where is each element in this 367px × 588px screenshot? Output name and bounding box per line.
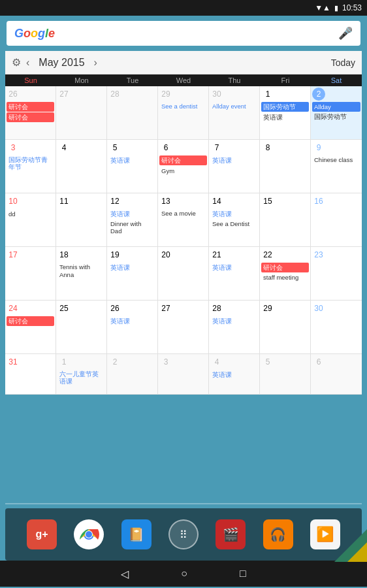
cell-apr27[interactable]: 27 (56, 86, 107, 140)
event-english-may7[interactable]: 英语课 (210, 155, 258, 165)
event-english-may21[interactable]: 英语课 (210, 263, 258, 272)
event-english-may12[interactable]: 英语课 (108, 209, 156, 219)
cell-may29[interactable]: 29 (260, 301, 311, 354)
cell-jun5[interactable]: 5 (260, 354, 311, 395)
cell-may16[interactable]: 16 (311, 193, 362, 247)
app-google-plus[interactable]: g+ (27, 519, 57, 549)
cell-may23[interactable]: 23 (311, 247, 362, 301)
cell-may27[interactable]: 27 (158, 301, 209, 354)
event-english-may28[interactable]: 英语课 (210, 316, 258, 326)
cell-may26[interactable]: 26 英语课 (107, 301, 158, 354)
app-tray: g+ 📔 ⠿ 🎬 🎧 (5, 508, 362, 561)
cell-may20[interactable]: 20 (158, 247, 209, 301)
date-may4: 4 (57, 141, 71, 154)
recents-button[interactable]: □ (240, 568, 246, 580)
event-study-1[interactable]: 研讨会 (7, 102, 54, 112)
cell-may10[interactable]: 10 dd (5, 193, 56, 247)
event-english-may5[interactable]: 英语课 (108, 155, 156, 165)
date-may8: 8 (261, 141, 274, 154)
event-staff-meeting[interactable]: staff meeting (261, 273, 309, 282)
cell-may2[interactable]: 2 Allday 国际劳动节 (311, 86, 362, 140)
cell-may12[interactable]: 12 英语课 Dinner with Dad (107, 193, 158, 247)
cell-apr26[interactable]: 26 研讨会 研讨会 (5, 86, 56, 140)
cell-may8[interactable]: 8 (260, 140, 311, 193)
svg-point-3 (86, 531, 92, 538)
cell-may24[interactable]: 24 研讨会 (5, 301, 56, 354)
cell-may4[interactable]: 4 (56, 140, 107, 193)
cell-jun3[interactable]: 3 (158, 354, 209, 395)
cell-apr28[interactable]: 28 (107, 86, 158, 140)
event-see-dentist[interactable]: See a Dentist (210, 220, 258, 228)
event-tennis-anna[interactable]: Tennis with Anna (57, 263, 105, 280)
cell-may21[interactable]: 21 英语课 (209, 247, 260, 301)
event-labor-day-1[interactable]: 国际劳动节 (261, 102, 309, 112)
event-english-1[interactable]: 英语课 (261, 112, 309, 122)
next-month-button[interactable]: › (94, 57, 97, 69)
cell-may7[interactable]: 7 英语课 (209, 140, 260, 193)
mic-icon[interactable]: 🎤 (338, 26, 353, 41)
date-may16: 16 (312, 195, 325, 208)
cell-may1[interactable]: 1 国际劳动节 英语课 (260, 86, 311, 140)
date-jun1: 1 (57, 355, 71, 368)
day-header-sat: Sat (311, 74, 362, 86)
app-notebook[interactable]: 📔 (121, 519, 152, 549)
app-chrome[interactable] (74, 519, 104, 549)
cell-may6[interactable]: 6 研讨会 Gym (158, 140, 209, 193)
event-english-jun4[interactable]: 英语课 (210, 370, 258, 380)
cell-apr29[interactable]: 29 See a dentist (158, 86, 209, 140)
cell-may3[interactable]: 3 国际劳动节青年节 (5, 140, 56, 193)
cell-may25[interactable]: 25 (56, 301, 107, 354)
event-english-may14[interactable]: 英语课 (210, 209, 258, 219)
event-study-may24[interactable]: 研讨会 (7, 316, 54, 326)
back-button[interactable]: ◁ (121, 568, 129, 580)
event-study-may22[interactable]: 研讨会 (261, 263, 309, 272)
cell-jun6[interactable]: 6 (311, 354, 362, 395)
date-may3: 3 (7, 141, 20, 154)
date-may25: 25 (57, 302, 71, 315)
event-study-2[interactable]: 研讨会 (7, 112, 54, 122)
event-children-day[interactable]: 六一儿童节英语课 (57, 370, 105, 385)
cell-apr30[interactable]: 30 Allday event (209, 86, 260, 140)
cell-may5[interactable]: 5 英语课 (107, 140, 158, 193)
event-english-may19[interactable]: 英语课 (108, 263, 156, 272)
event-study-may6[interactable]: 研讨会 (159, 155, 207, 165)
event-english-may26[interactable]: 英语课 (108, 316, 156, 326)
cell-may19[interactable]: 19 英语课 (107, 247, 158, 301)
cell-may15[interactable]: 15 (260, 193, 311, 247)
date-may1: 1 (261, 88, 274, 101)
cell-may22[interactable]: 22 研讨会 staff meeting (260, 247, 311, 301)
settings-icon[interactable]: ⚙ (12, 56, 21, 69)
home-button[interactable]: ○ (181, 568, 187, 580)
cell-jun2[interactable]: 2 (107, 354, 158, 395)
app-launcher[interactable]: ⠿ (168, 519, 199, 549)
prev-month-button[interactable]: ‹ (26, 57, 29, 69)
event-dd[interactable]: dd (7, 209, 54, 219)
cell-may30[interactable]: 30 (311, 301, 362, 354)
cell-may17[interactable]: 17 (5, 247, 56, 301)
cell-jun4[interactable]: 4 英语课 (209, 354, 260, 395)
day-header-fri: Fri (260, 74, 311, 86)
app-music[interactable]: 🎧 (263, 519, 293, 549)
event-allday[interactable]: Allday event (210, 102, 258, 111)
cell-may11[interactable]: 11 (56, 193, 107, 247)
search-input-box[interactable]: Google 🎤 (7, 21, 360, 46)
cell-may31[interactable]: 31 (5, 354, 56, 395)
event-chinese-class[interactable]: Chinese class (312, 155, 360, 165)
event-labor-day-sat[interactable]: 国际劳动节 (312, 112, 360, 121)
cell-may28[interactable]: 28 英语课 (209, 301, 260, 354)
day-header-wed: Wed (158, 74, 209, 86)
cell-may13[interactable]: 13 See a movie (158, 193, 209, 247)
event-dinner-dad[interactable]: Dinner with Dad (108, 220, 156, 235)
cell-may14[interactable]: 14 英语课 See a Dentist (209, 193, 260, 247)
event-gym[interactable]: Gym (159, 166, 207, 176)
event-youth-day[interactable]: 国际劳动节青年节 (7, 155, 54, 171)
today-button[interactable]: Today (331, 57, 355, 68)
cell-may9[interactable]: 9 Chinese class (311, 140, 362, 193)
event-see-movie[interactable]: See a movie (159, 209, 207, 218)
event-see-dentist-apr[interactable]: See a dentist (159, 102, 207, 111)
event-allday-sat[interactable]: Allday (312, 102, 360, 112)
cell-jun1[interactable]: 1 六一儿童节英语课 (56, 354, 107, 395)
cell-may18[interactable]: 18 Tennis with Anna (56, 247, 107, 301)
app-film[interactable]: 🎬 (215, 519, 246, 549)
day-header-mon: Mon (56, 74, 107, 86)
